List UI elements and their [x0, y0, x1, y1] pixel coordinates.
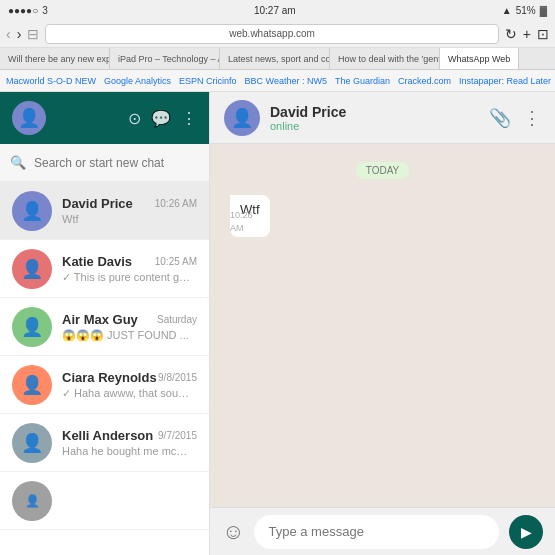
chat-header: 👤 David Price online 📎 ⋮: [210, 92, 555, 144]
chat-info-extra: [62, 500, 197, 502]
chat-msg-david: Wtf: [62, 213, 192, 225]
chat-area: 👤 David Price online 📎 ⋮ TODAY Wtf 10:26…: [210, 92, 555, 555]
reader-button[interactable]: ⊟: [27, 26, 39, 42]
chat-list: 👤 David Price 10:26 AM Wtf 👤 Kati: [0, 182, 209, 555]
bookmark-macworld[interactable]: Macworld S-O-D NEW: [6, 76, 96, 86]
tab-bar: Will there be any new expans... iPad Pro…: [0, 48, 555, 70]
chat-item-ciara[interactable]: 👤 Ciara Reynolds 9/8/2015 ✓ Haha awww, t…: [0, 356, 209, 414]
avatar-katie: 👤: [12, 249, 52, 289]
status-left: ●●●●○ 3: [8, 5, 48, 16]
search-bar: 🔍: [0, 144, 209, 182]
send-icon: ▶: [521, 524, 532, 540]
chat-header-avatar: 👤: [224, 100, 260, 136]
back-button[interactable]: ‹: [6, 26, 11, 42]
check-icon-katie: ✓: [62, 271, 71, 283]
bookmarks-bar: Macworld S-O-D NEW Google Analytics ESPN…: [0, 70, 555, 92]
search-icon: 🔍: [10, 155, 26, 170]
chat-name-david: David Price: [62, 196, 133, 211]
my-avatar[interactable]: 👤: [12, 101, 46, 135]
check-icon-ciara: ✓: [62, 387, 71, 399]
tab-3[interactable]: Latest news, sport and comm...: [220, 48, 330, 70]
chat-msg-ciara: ✓ Haha awww, that sound...: [62, 387, 192, 400]
emoji-button[interactable]: ☺: [222, 519, 244, 545]
avatar-david: 👤: [12, 191, 52, 231]
send-button[interactable]: ▶: [509, 515, 543, 549]
chat-name-kelli: Kelli Anderson: [62, 428, 153, 443]
chat-msg-airmax: 😱😱😱 JUST FOUND ...: [62, 329, 192, 342]
share-button[interactable]: +: [523, 26, 531, 42]
bookmark-instapaper[interactable]: Instapaper: Read Later: [459, 76, 551, 86]
input-area: ☺ ▶: [210, 507, 555, 555]
date-badge: TODAY: [356, 162, 410, 179]
bookmark-cracked[interactable]: Cracked.com: [398, 76, 451, 86]
more-options-icon[interactable]: ⋮: [181, 109, 197, 128]
chat-time-ciara: 9/8/2015: [158, 372, 197, 383]
signal-strength: ●●●●○: [8, 5, 38, 16]
chat-item-katie[interactable]: 👤 Katie Davis 10:25 AM ✓ This is pure co…: [0, 240, 209, 298]
chat-item-david[interactable]: 👤 David Price 10:26 AM Wtf: [0, 182, 209, 240]
messages-area: TODAY Wtf 10:26 AM: [210, 144, 555, 507]
chat-header-name: David Price: [270, 104, 479, 120]
sidebar-header-icons: ⊙ 💬 ⋮: [128, 109, 197, 128]
sidebar-header: 👤 ⊙ 💬 ⋮: [0, 92, 209, 144]
chat-name-airmax: Air Max Guy: [62, 312, 138, 327]
date-divider: TODAY: [230, 162, 535, 179]
chat-info-kelli: Kelli Anderson 9/7/2015 Haha he bought m…: [62, 428, 197, 457]
battery-icon: ▓: [540, 5, 547, 16]
chat-time-david: 10:26 AM: [155, 198, 197, 209]
avatar-extra: 👤: [12, 481, 52, 521]
chat-icon[interactable]: 💬: [151, 109, 171, 128]
tab-button[interactable]: ⊡: [537, 26, 549, 42]
chat-msg-kelli: Haha he bought me mcddon...: [62, 445, 192, 457]
wifi-icon: ▲: [502, 5, 512, 16]
chat-item-airmax[interactable]: 👤 Air Max Guy Saturday 😱😱😱 JUST FOUND ..…: [0, 298, 209, 356]
time-display: 10:27 am: [254, 5, 296, 16]
url-display: web.whatsapp.com: [229, 28, 315, 39]
chat-item-extra[interactable]: 👤: [0, 472, 209, 530]
message-wtf: Wtf 10:26 AM: [230, 195, 270, 237]
browser-bar: ‹ › ⊟ web.whatsapp.com ↻ + ⊡: [0, 20, 555, 48]
bookmark-espn[interactable]: ESPN Cricinfo: [179, 76, 237, 86]
app-container: 👤 ⊙ 💬 ⋮ 🔍 👤 David Price: [0, 92, 555, 555]
tab-2[interactable]: iPad Pro – Technology – Apple: [110, 48, 220, 70]
status-bar: ●●●●○ 3 10:27 am ▲ 51% ▓: [0, 0, 555, 20]
battery-level: 51%: [516, 5, 536, 16]
avatar-ciara: 👤: [12, 365, 52, 405]
bookmark-guardian[interactable]: The Guardian: [335, 76, 390, 86]
address-bar[interactable]: web.whatsapp.com: [45, 24, 498, 44]
chat-info-david: David Price 10:26 AM Wtf: [62, 196, 197, 225]
chat-info-katie: Katie Davis 10:25 AM ✓ This is pure cont…: [62, 254, 197, 284]
status-right: ▲ 51% ▓: [502, 5, 547, 16]
refresh-button[interactable]: ↻: [505, 26, 517, 42]
chat-time-katie: 10:25 AM: [155, 256, 197, 267]
message-input[interactable]: [254, 515, 499, 549]
more-menu-icon[interactable]: ⋮: [523, 107, 541, 129]
avatar-airmax: 👤: [12, 307, 52, 347]
chat-info-ciara: Ciara Reynolds 9/8/2015 ✓ Haha awww, tha…: [62, 370, 197, 400]
forward-button[interactable]: ›: [17, 26, 22, 42]
chat-msg-katie: ✓ This is pure content gol...: [62, 271, 192, 284]
chat-header-icons: 📎 ⋮: [489, 107, 541, 129]
tab-1[interactable]: Will there be any new expans...: [0, 48, 110, 70]
chat-item-kelli[interactable]: 👤 Kelli Anderson 9/7/2015 Haha he bought…: [0, 414, 209, 472]
bookmark-bbc[interactable]: BBC Weather : NW5: [245, 76, 327, 86]
chat-time-kelli: 9/7/2015: [158, 430, 197, 441]
tab-whatsapp[interactable]: WhatsApp Web: [440, 48, 519, 70]
my-avatar-icon: 👤: [12, 101, 46, 135]
chat-name-ciara: Ciara Reynolds: [62, 370, 157, 385]
status-icon[interactable]: ⊙: [128, 109, 141, 128]
search-input[interactable]: [34, 156, 199, 170]
carrier: 3: [42, 5, 48, 16]
chat-info-airmax: Air Max Guy Saturday 😱😱😱 JUST FOUND ...: [62, 312, 197, 342]
sidebar: 👤 ⊙ 💬 ⋮ 🔍 👤 David Price: [0, 92, 210, 555]
attachment-icon[interactable]: 📎: [489, 107, 511, 129]
chat-header-status: online: [270, 120, 479, 132]
bookmark-analytics[interactable]: Google Analytics: [104, 76, 171, 86]
tab-4[interactable]: How to deal with the 'gentle...: [330, 48, 440, 70]
chat-header-info: David Price online: [270, 104, 479, 132]
chat-name-katie: Katie Davis: [62, 254, 132, 269]
avatar-kelli: 👤: [12, 423, 52, 463]
message-time-wtf: 10:26 AM: [230, 209, 262, 234]
chat-time-airmax: Saturday: [157, 314, 197, 325]
